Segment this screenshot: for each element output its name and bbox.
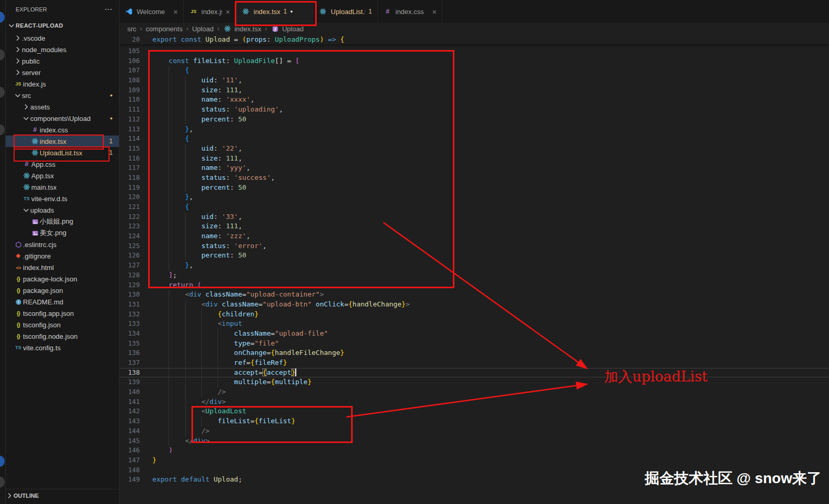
- line-number[interactable]: 121: [119, 202, 152, 212]
- tab-Welcome[interactable]: Welcome×: [119, 0, 184, 23]
- line-number[interactable]: 145: [119, 436, 152, 446]
- code-line-115[interactable]: 115 uid: '22',: [119, 144, 829, 154]
- code-line-106[interactable]: 106 const fileList: UploadFile[] = [: [119, 56, 829, 66]
- activity-bar[interactable]: [0, 0, 6, 504]
- tree-item--.png[interactable]: 小姐姐.png: [5, 216, 119, 227]
- code-line-117[interactable]: 117 name: 'yyy',: [119, 163, 829, 173]
- code-line-124[interactable]: 124 name: 'zzz',: [119, 231, 829, 241]
- line-number[interactable]: 143: [119, 416, 152, 426]
- activity-icon-partial[interactable]: [0, 11, 5, 23]
- tree-item-.vscode[interactable]: .vscode: [5, 32, 119, 44]
- tree-item-index.tsx[interactable]: index.tsx1: [5, 136, 119, 147]
- code-line-135[interactable]: 135 type="file": [119, 339, 829, 349]
- line-number[interactable]: 139: [119, 377, 152, 387]
- code-line-143[interactable]: 143 fileList={fileList}: [119, 416, 829, 426]
- line-number[interactable]: 146: [119, 446, 152, 456]
- line-number[interactable]: 128: [119, 271, 152, 280]
- sticky-scroll-line[interactable]: 20export const Upload = (props: UploadPr…: [119, 34, 829, 44]
- dirty-indicator-icon[interactable]: ●: [290, 9, 293, 14]
- code-line-131[interactable]: 131 <div className="upload-btn" onClick=…: [119, 300, 829, 310]
- code-line-139[interactable]: 139 multiple={multiple}: [119, 377, 829, 387]
- line-number[interactable]: 125: [119, 241, 152, 251]
- code-line-114[interactable]: 114 {: [119, 134, 829, 144]
- tree-item--.png[interactable]: 美女.png: [5, 227, 119, 239]
- close-icon[interactable]: ×: [173, 7, 178, 16]
- tab-index.tsx[interactable]: index.tsx1●: [236, 0, 313, 23]
- code-line-105[interactable]: 105: [119, 46, 829, 56]
- line-number[interactable]: 140: [119, 387, 152, 397]
- code-line-130[interactable]: 130 <div className="upload-container">: [119, 290, 829, 300]
- code-line-126[interactable]: 126 percent: 50: [119, 251, 829, 261]
- breadcrumb-item-Upload[interactable]: Upload: [192, 25, 213, 33]
- tree-item-vite-env.d.ts[interactable]: TSvite-env.d.ts: [5, 193, 119, 204]
- tree-item-package-lock.json[interactable]: {}package-lock.json: [5, 273, 119, 285]
- line-number[interactable]: 149: [119, 475, 152, 485]
- line-number[interactable]: 114: [119, 134, 152, 144]
- code-line-119[interactable]: 119 percent: 50: [119, 183, 829, 193]
- line-number[interactable]: 123: [119, 222, 152, 231]
- activity-icon-partial[interactable]: [0, 49, 5, 60]
- code-line-121[interactable]: 121 {: [119, 202, 829, 212]
- tree-item-App.css[interactable]: #App.css: [5, 158, 119, 170]
- tree-item-node_modules[interactable]: node_modules: [5, 44, 119, 55]
- code-line-118[interactable]: 118 status: 'success',: [119, 173, 829, 183]
- code-line-107[interactable]: 107 {: [119, 66, 829, 76]
- code-line-129[interactable]: 129 return (: [119, 280, 829, 290]
- tree-item-assets[interactable]: assets: [5, 101, 119, 113]
- code-line-138[interactable]: 138 accept={accept}: [119, 368, 829, 378]
- tree-item-package.json[interactable]: {}package.json: [5, 285, 119, 296]
- line-number[interactable]: 141: [119, 397, 152, 407]
- line-number[interactable]: 134: [119, 329, 152, 339]
- tree-item-components-Upload[interactable]: components\Upload●: [5, 113, 119, 124]
- line-number[interactable]: 117: [119, 163, 152, 173]
- line-number[interactable]: 135: [119, 339, 152, 349]
- line-number[interactable]: 144: [119, 426, 152, 436]
- breadcrumb-item-src[interactable]: src: [127, 25, 136, 33]
- close-icon[interactable]: ×: [432, 7, 437, 16]
- line-number[interactable]: 106: [119, 56, 152, 66]
- line-number[interactable]: 131: [119, 300, 152, 310]
- code-editor[interactable]: 105106 const fileList: UploadFile[] = [1…: [119, 46, 829, 485]
- tree-item-public[interactable]: public: [5, 55, 119, 67]
- tree-item-index.css[interactable]: #index.css: [5, 124, 119, 136]
- outline-section[interactable]: OUTLINE: [5, 489, 119, 502]
- tab-UploadList.tsx[interactable]: UploadList.tsx1: [313, 0, 378, 23]
- code-line-110[interactable]: 110 name: 'xxxx',: [119, 95, 829, 105]
- line-number[interactable]: 107: [119, 66, 152, 76]
- line-number[interactable]: 118: [119, 173, 152, 183]
- line-number[interactable]: 148: [119, 465, 152, 475]
- tree-item-main.tsx[interactable]: main.tsx: [5, 181, 119, 193]
- code-line-116[interactable]: 116 size: 111,: [119, 154, 829, 164]
- line-number[interactable]: 119: [119, 183, 152, 193]
- tree-item-tsconfig.json[interactable]: {}tsconfig.json: [5, 319, 119, 330]
- line-number[interactable]: 116: [119, 154, 152, 164]
- line-number[interactable]: 132: [119, 310, 152, 319]
- tab-index.css[interactable]: #index.css×: [378, 0, 442, 23]
- code-line-145[interactable]: 145 </div>: [119, 436, 829, 446]
- activity-icon-partial[interactable]: [0, 124, 5, 136]
- tree-item-UploadList.tsx[interactable]: UploadList.tsx1: [5, 147, 119, 158]
- line-number[interactable]: 147: [119, 456, 152, 465]
- line-number[interactable]: 129: [119, 280, 152, 290]
- line-number[interactable]: 142: [119, 407, 152, 416]
- tree-item-src[interactable]: src●: [5, 90, 119, 101]
- tree-item-server[interactable]: server: [5, 67, 119, 78]
- code-line-144[interactable]: 144 />: [119, 426, 829, 436]
- code-line-111[interactable]: 111 status: 'uploading',: [119, 105, 829, 115]
- tree-item-App.tsx[interactable]: App.tsx: [5, 170, 119, 181]
- line-number[interactable]: 109: [119, 85, 152, 95]
- line-number[interactable]: 122: [119, 212, 152, 222]
- activity-icon-partial[interactable]: [0, 456, 5, 467]
- code-line-113[interactable]: 113 },: [119, 125, 829, 134]
- code-line-146[interactable]: 146 ): [119, 446, 829, 456]
- code-line-137[interactable]: 137 ref={fileRef}: [119, 358, 829, 368]
- tree-item-vite.config.ts[interactable]: TSvite.config.ts: [5, 342, 119, 353]
- code-line-140[interactable]: 140 />: [119, 387, 829, 397]
- project-section-header[interactable]: REACT-UPLOAD: [5, 19, 119, 32]
- code-line-132[interactable]: 132 {children}: [119, 310, 829, 319]
- breadcrumb-item-index.tsx[interactable]: index.tsx: [223, 24, 261, 33]
- tab-index.js[interactable]: JSindex.js×: [184, 0, 236, 23]
- tree-item-README.md[interactable]: iREADME.md: [5, 296, 119, 308]
- line-number[interactable]: 112: [119, 115, 152, 125]
- tree-item-uploads[interactable]: uploads: [5, 204, 119, 216]
